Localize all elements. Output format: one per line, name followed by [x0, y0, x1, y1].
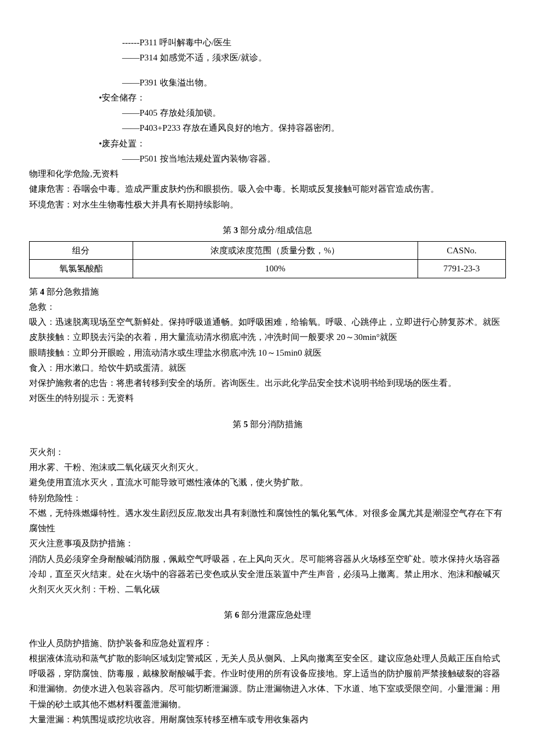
first-aid-ingestion: 食入：用水漱口。给饮牛奶或蛋清。就医	[29, 360, 506, 375]
extinguisher-label: 灭火剂：	[29, 445, 506, 460]
first-aid-rescuer: 对保护施救者的忠告：将患者转移到安全的场所。咨询医生。出示此化学品安全技术说明书…	[29, 375, 506, 390]
first-aid-eye: 眼睛接触：立即分开眼睑，用流动清水或生理盐水彻底冲洗 10～15min0 就医	[29, 345, 506, 360]
first-aid-skin: 皮肤接触：立即脱去污染的衣着，用大量流动清水彻底冲洗，冲洗时间一般要求 20～3…	[29, 329, 506, 345]
col-concentration: 浓度或浓度范围（质量分数，%）	[133, 242, 418, 260]
composition-table: 组分 浓度或浓度范围（质量分数，%） CASNo. 氧氯氢酸酯 100% 779…	[29, 241, 506, 278]
section6-title: 第 6 部分泄露应急处理	[29, 607, 506, 622]
disposal-header: •废弃处置：	[29, 136, 506, 151]
special-hazard-text: 不燃，无特殊燃爆特性。遇水发生剧烈反应,散发出具有刺激性和腐蚀性的氯化氢气体。对…	[29, 506, 506, 536]
procedure-text: 根据液体流动和蒸气扩散的影响区域划定警戒区，无关人员从侧风、上风向撤离至安全区。…	[29, 651, 506, 712]
col-component: 组分	[30, 242, 133, 260]
hazard-health: 健康危害：吞咽会中毒。造成严重皮肤灼伤和眼损伤。吸入会中毒。长期或反复接触可能对…	[29, 181, 506, 196]
section6-suffix: 部分泄露应急处理	[239, 610, 311, 619]
section3-title: 第 3 部分成分/组成信息	[29, 223, 506, 238]
table-row: 氧氯氢酸酯 100% 7791-23-3	[30, 260, 506, 278]
col-cas: CASNo.	[418, 242, 505, 260]
fire-notes-label: 灭火注意事项及防护措施：	[29, 536, 506, 551]
procedure-label: 作业人员防护措施、防护装备和应急处置程序：	[29, 636, 506, 651]
section5-title: 第 5 部分消防措施	[29, 417, 506, 432]
storage-header: •安全储存：	[29, 90, 506, 105]
precaution-p403-233: ——P403+P233 存放在通风良好的地方。保持容器密闭。	[29, 120, 506, 135]
section4-suffix: 部分急救措施	[44, 287, 99, 296]
first-aid-doctor: 对医生的特别提示：无资料	[29, 390, 506, 406]
precaution-p501: ——P501 按当地法规处置内装物/容器。	[29, 151, 506, 166]
section5-prefix: 第	[233, 420, 244, 429]
fire-notes-text: 消防人员必须穿全身耐酸碱消防服，佩戴空气呼吸器，在上风向灭火。尽可能将容器从火场…	[29, 551, 506, 597]
section3-suffix: 部分成分/组成信息	[238, 225, 312, 235]
extinguisher-use: 用水雾、干粉、泡沫或二氧化碳灭火剂灭火。	[29, 460, 506, 475]
precaution-p311: ------P311 呼叫解毒中心/医生	[29, 35, 506, 50]
section4-title: 第 4 部分急救措施	[29, 284, 506, 299]
special-hazard-label: 特别危险性：	[29, 490, 506, 506]
table-header-row: 组分 浓度或浓度范围（质量分数，%） CASNo.	[30, 242, 506, 260]
precaution-p405: ——P405 存放处须加锁。	[29, 105, 506, 120]
cell-cas: 7791-23-3	[418, 260, 505, 278]
large-spill-text: 大量泄漏：构筑围堤或挖坑收容。用耐腐蚀泵转移至槽车或专用收集器内	[29, 712, 506, 727]
section6-prefix: 第	[224, 610, 235, 619]
precaution-p391: ——P391 收集溢出物。	[29, 75, 506, 90]
cell-concentration: 100%	[133, 260, 418, 278]
section3-prefix: 第	[223, 225, 234, 235]
hazard-phys-chem: 物理和化学危险,无资料	[29, 166, 506, 181]
first-aid-inhalation: 吸入：迅速脱离现场至空气新鲜处。保持呼吸道通畅。如呼吸困难，给输氧。呼吸、心跳停…	[29, 314, 506, 329]
section5-suffix: 部分消防措施	[248, 420, 302, 429]
first-aid-label: 急救：	[29, 299, 506, 314]
precaution-p314: ——P314 如感觉不适，须求医/就诊。	[29, 50, 506, 65]
hazard-env: 环境危害：对水生生物毒性极大并具有长期持续影响。	[29, 197, 506, 212]
extinguisher-avoid: 避免使用直流水灭火，直流水可能导致可燃性液体的飞溅，使火势扩散。	[29, 475, 506, 490]
section4-prefix: 第	[29, 287, 40, 296]
cell-component: 氧氯氢酸酯	[30, 260, 133, 278]
